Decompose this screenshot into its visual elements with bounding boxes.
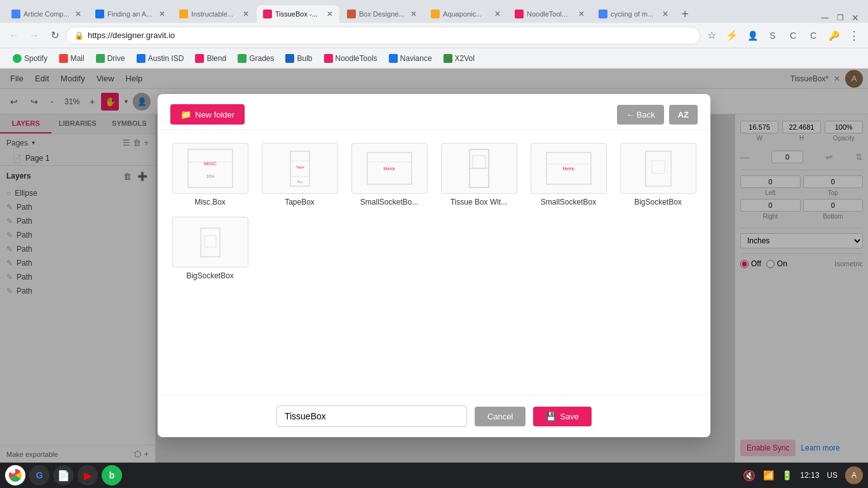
svg-rect-18: [646, 151, 671, 186]
cancel-button[interactable]: Cancel: [475, 407, 526, 426]
svg-text:Metric: Metric: [383, 166, 396, 171]
az-sort-button[interactable]: AZ: [669, 105, 698, 125]
bookmark-bulb[interactable]: Bulb: [280, 51, 317, 65]
tab-favicon: [263, 10, 272, 18]
save-label: Save: [560, 412, 579, 421]
file-item-miscbox[interactable]: MISC 30H Misc.Box: [170, 143, 250, 207]
tab-title: cycling of m...: [611, 10, 659, 18]
maximize-button[interactable]: ❐: [835, 13, 845, 23]
taskbar-chrome-icon[interactable]: [5, 465, 25, 485]
tab-favicon: [515, 10, 524, 18]
ext1-icon[interactable]: S: [764, 27, 782, 44]
bookmark-grades[interactable]: Grades: [233, 51, 279, 65]
file-name: BigSocketBox: [634, 198, 682, 207]
tab-noodletool[interactable]: NoodleTool... ✕: [508, 5, 591, 23]
tab-close-icon[interactable]: ✕: [243, 10, 249, 18]
taskbar-wifi-icon[interactable]: 📶: [763, 470, 774, 480]
tab-close-icon[interactable]: ✕: [410, 10, 417, 18]
tab-finding[interactable]: Finding an A... ✕: [89, 5, 172, 23]
file-thumbnail: Metric: [531, 143, 607, 194]
minimize-button[interactable]: ─: [820, 13, 830, 23]
address-bar-row: ← → ↻ 🔒 https://designer.gravit.io ☆ ⚡ 👤…: [0, 23, 868, 48]
taskbar-noodle-icon[interactable]: b: [102, 465, 122, 485]
ext2-icon[interactable]: C: [784, 27, 802, 44]
bookmark-star-icon[interactable]: ☆: [703, 27, 721, 44]
save-modal: 📁 New folder ← Back AZ MISC: [158, 94, 710, 437]
bookmark-noodletools[interactable]: NoodleTools: [319, 51, 383, 65]
extensions-icon[interactable]: ⚡: [723, 27, 741, 44]
file-item-smallsocketbox[interactable]: Metric SmallSocketBox: [529, 143, 608, 207]
save-icon: 💾: [546, 412, 556, 421]
tab-favicon: [179, 10, 188, 18]
tab-close-icon[interactable]: ✕: [159, 10, 165, 18]
profile-icon[interactable]: 👤: [743, 27, 761, 44]
bookmark-spotify[interactable]: Spotify: [8, 51, 53, 65]
tab-favicon: [95, 10, 104, 18]
tab-article[interactable]: Article Comp... ✕: [5, 5, 88, 23]
filename-input[interactable]: [276, 405, 467, 427]
new-folder-icon: 📁: [180, 109, 191, 119]
tab-instructable[interactable]: Instructable... ✕: [173, 5, 255, 23]
tab-favicon: [11, 10, 20, 18]
taskbar-battery-icon[interactable]: 🔋: [782, 470, 792, 480]
ext3-icon[interactable]: C: [804, 27, 822, 44]
tab-close-icon[interactable]: ✕: [578, 10, 585, 18]
tab-aquaponic[interactable]: Aquaponic... ✕: [424, 5, 507, 23]
ext4-icon[interactable]: 🔑: [825, 27, 843, 44]
save-button[interactable]: 💾 Save: [533, 407, 592, 426]
taskbar-time: 12:13: [800, 471, 819, 480]
tab-cycling[interactable]: cycling of m... ✕: [592, 5, 675, 23]
forward-nav-button[interactable]: →: [25, 27, 43, 44]
tab-boxdesign[interactable]: Box Designe... ✕: [341, 5, 423, 23]
taskbar-volume-icon[interactable]: 🔇: [743, 470, 756, 482]
file-thumbnail: Metric: [351, 143, 428, 194]
close-button[interactable]: ✕: [850, 13, 860, 23]
file-item-bigsocketbox2[interactable]: BigSocketBox: [170, 217, 250, 280]
file-item-tapebox[interactable]: Tape Box TapeBox: [260, 143, 339, 207]
modal-overlay[interactable]: 📁 New folder ← Back AZ MISC: [0, 69, 868, 463]
tab-close-icon[interactable]: ✕: [662, 10, 668, 18]
tab-title: NoodleTool...: [527, 10, 575, 18]
bookmarks-bar: Spotify Mail Drive Austin ISD Blend Grad…: [0, 48, 868, 69]
tab-favicon: [347, 10, 356, 18]
tab-close-icon[interactable]: ✕: [494, 10, 501, 18]
bookmark-naviance[interactable]: Naviance: [384, 51, 437, 65]
tab-tissuebox[interactable]: TissueBox -... ✕: [257, 5, 339, 23]
svg-text:Metric: Metric: [562, 166, 575, 171]
bookmark-austinisd[interactable]: Austin ISD: [132, 51, 189, 65]
tab-favicon: [599, 10, 607, 18]
bookmark-x2vol[interactable]: X2Vol: [438, 51, 480, 65]
secure-icon: 🔒: [74, 31, 84, 40]
new-folder-button[interactable]: 📁 New folder: [170, 104, 245, 125]
file-grid-row2: BigSocketBox: [170, 217, 698, 280]
svg-rect-0: [188, 149, 233, 187]
file-item-smallsocketbo[interactable]: Metric SmallSocketBo...: [349, 143, 429, 207]
file-item-bigsocketbox1[interactable]: BigSocketBox: [618, 143, 698, 207]
taskbar-youtube-icon[interactable]: ▶: [78, 465, 98, 485]
svg-text:MISC: MISC: [204, 161, 217, 166]
file-item-tissuebox[interactable]: Tissue Box Wit...: [439, 143, 519, 207]
file-name: SmallSocketBo...: [360, 198, 418, 207]
taskbar-google-icon[interactable]: G: [29, 465, 50, 485]
tab-title: Instructable...: [191, 10, 240, 18]
back-button[interactable]: ← Back: [617, 105, 664, 125]
bookmark-drive[interactable]: Drive: [91, 51, 130, 65]
tab-close-icon[interactable]: ✕: [75, 10, 81, 18]
file-name: BigSocketBox: [186, 271, 234, 280]
menu-button[interactable]: ⋮: [845, 27, 863, 44]
svg-rect-19: [652, 161, 665, 173]
tab-title: Article Comp...: [24, 10, 72, 18]
new-tab-button[interactable]: +: [676, 5, 694, 23]
svg-rect-13: [473, 156, 485, 168]
reload-button[interactable]: ↻: [46, 27, 64, 44]
address-bar[interactable]: 🔒 https://designer.gravit.io: [66, 27, 700, 44]
tab-title: TissueBox -...: [275, 10, 323, 18]
svg-text:30H: 30H: [206, 174, 214, 179]
bookmark-mail[interactable]: Mail: [54, 51, 90, 65]
bookmark-blend[interactable]: Blend: [190, 51, 231, 65]
taskbar-avatar[interactable]: A: [845, 466, 863, 484]
new-folder-label: New folder: [195, 110, 234, 119]
taskbar-docs-icon[interactable]: 📄: [53, 465, 74, 485]
back-nav-button[interactable]: ←: [5, 27, 23, 44]
tab-close-icon[interactable]: ✕: [327, 10, 333, 18]
